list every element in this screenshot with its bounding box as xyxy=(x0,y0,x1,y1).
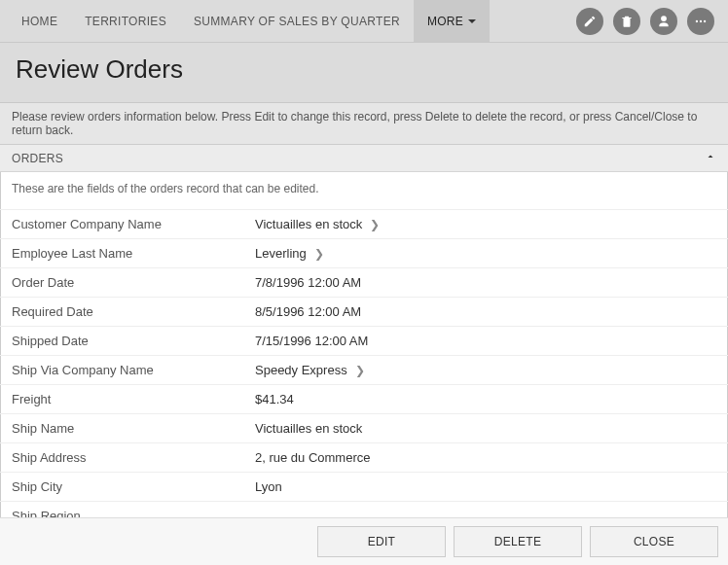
close-button[interactable]: CLOSE xyxy=(590,526,718,557)
field-row: Ship Address2, rue du Commerce xyxy=(0,442,728,472)
field-label: Ship Name xyxy=(12,421,255,436)
nav-item-summary-of-sales-by-quarter[interactable]: SUMMARY OF SALES BY QUARTER xyxy=(180,0,414,42)
field-value-text: $41.34 xyxy=(255,392,294,406)
field-value: Victuailles en stock xyxy=(255,421,362,436)
field-value[interactable]: Leverling❯ xyxy=(255,246,324,261)
page-title: Review Orders xyxy=(16,54,712,85)
nav-item-label: TERRITORIES xyxy=(85,15,166,28)
pencil-icon xyxy=(583,15,597,28)
instructions-text: Please review orders information below. … xyxy=(0,103,728,145)
field-value-text: Victuailles en stock xyxy=(255,217,362,231)
field-row: Required Date8/5/1996 12:00 AM xyxy=(0,297,728,326)
edit-icon-button[interactable] xyxy=(576,8,603,35)
field-value: 8/5/1996 12:00 AM xyxy=(255,304,361,319)
field-value-text: 8/5/1996 12:00 AM xyxy=(255,304,361,319)
delete-button[interactable]: DELETE xyxy=(454,526,582,557)
chevron-up-icon[interactable] xyxy=(705,151,716,165)
field-label: Ship Address xyxy=(12,450,255,465)
delete-icon-button[interactable] xyxy=(613,8,640,35)
section-title: ORDERS xyxy=(12,152,63,165)
field-row: Ship Via Company NameSpeedy Express❯ xyxy=(0,355,728,384)
field-value-text: Leverling xyxy=(255,246,307,261)
section-header[interactable]: ORDERS xyxy=(0,145,728,172)
field-value: $41.34 xyxy=(255,392,294,406)
field-value: 7/8/1996 12:00 AM xyxy=(255,275,361,290)
field-row: Employee Last NameLeverling❯ xyxy=(0,238,728,267)
nav-item-label: HOME xyxy=(21,15,57,28)
field-label: Customer Company Name xyxy=(12,217,255,231)
field-row: Customer Company NameVictuailles en stoc… xyxy=(0,209,728,238)
title-area: Review Orders xyxy=(0,43,728,103)
top-navigation-bar: HOMETERRITORIESSUMMARY OF SALES BY QUART… xyxy=(0,0,728,43)
field-value-text: Speedy Express xyxy=(255,363,347,377)
svg-point-2 xyxy=(704,19,706,21)
field-label: Shipped Date xyxy=(12,334,255,348)
field-row: Ship NameVictuailles en stock xyxy=(0,413,728,442)
field-value: 7/15/1996 12:00 AM xyxy=(255,334,368,348)
dots-icon xyxy=(694,15,708,28)
field-label: Order Date xyxy=(12,275,255,290)
field-row: Shipped Date7/15/1996 12:00 AM xyxy=(0,326,728,355)
field-row: Freight$41.34 xyxy=(0,384,728,413)
field-value: 2, rue du Commerce xyxy=(255,450,371,465)
field-value[interactable]: Speedy Express❯ xyxy=(255,363,365,377)
topbar-actions xyxy=(576,8,720,35)
field-value-text: Victuailles en stock xyxy=(255,421,362,436)
field-label: Ship City xyxy=(12,479,255,494)
field-label: Employee Last Name xyxy=(12,246,255,261)
fields-list: Customer Company NameVictuailles en stoc… xyxy=(0,209,728,559)
field-value-text: 7/8/1996 12:00 AM xyxy=(255,275,361,290)
svg-point-1 xyxy=(700,19,702,21)
field-row: Order Date7/8/1996 12:00 AM xyxy=(0,267,728,297)
nav-item-more[interactable]: MORE xyxy=(414,0,490,42)
nav-item-territories[interactable]: TERRITORIES xyxy=(71,0,180,42)
nav-item-home[interactable]: HOME xyxy=(8,0,71,42)
trash-icon xyxy=(620,15,634,28)
svg-point-0 xyxy=(696,19,698,21)
field-value: Lyon xyxy=(255,479,282,494)
user-icon-button[interactable] xyxy=(650,8,677,35)
nav-items: HOMETERRITORIESSUMMARY OF SALES BY QUART… xyxy=(8,0,490,42)
person-icon xyxy=(657,15,671,28)
edit-button[interactable]: EDIT xyxy=(317,526,446,557)
nav-item-label: MORE xyxy=(427,15,463,28)
chevron-right-icon: ❯ xyxy=(370,218,380,231)
field-label: Ship Via Company Name xyxy=(12,363,255,377)
section-description: These are the fields of the orders recor… xyxy=(0,172,728,209)
more-icon-button[interactable] xyxy=(687,8,714,35)
field-value-text: Lyon xyxy=(255,479,282,494)
field-value-text: 2, rue du Commerce xyxy=(255,450,371,465)
field-row: Ship CityLyon xyxy=(0,472,728,501)
field-label: Required Date xyxy=(12,304,255,319)
chevron-right-icon: ❯ xyxy=(355,364,365,377)
field-value[interactable]: Victuailles en stock❯ xyxy=(255,217,380,231)
nav-item-label: SUMMARY OF SALES BY QUARTER xyxy=(194,15,400,28)
caret-down-icon xyxy=(468,19,476,23)
chevron-right-icon: ❯ xyxy=(314,247,324,261)
footer-actions: EDIT DELETE CLOSE xyxy=(0,517,728,565)
field-value-text: 7/15/1996 12:00 AM xyxy=(255,334,368,348)
field-label: Freight xyxy=(12,392,255,406)
